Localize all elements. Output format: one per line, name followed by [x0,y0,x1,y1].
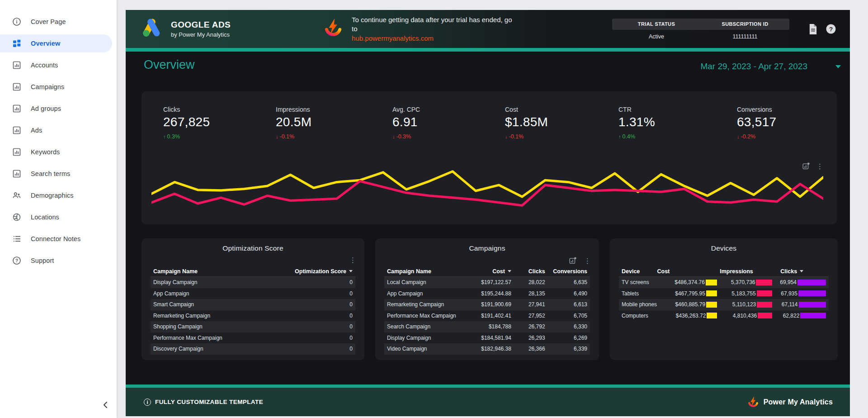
sidebar-item-label: Accounts [31,62,58,69]
kpi-label: Impressions [276,106,311,113]
arrow-down-icon: ↓ [276,134,278,139]
help-circle-icon[interactable]: ? [826,24,836,34]
report-icon [12,125,22,135]
kpi-value: 6.91 [392,115,420,129]
google-ads-logo-icon [139,18,164,40]
svg-text:?: ? [829,26,833,33]
sidebar-item-overview[interactable]: Overview [0,34,112,52]
kpi-cost: Cost $1.85M ↓-0.1% [505,106,548,140]
column-header-clicks[interactable]: Clicks [767,268,826,275]
product-title: GOOGLE ADS [171,20,231,30]
kpi-ctr: CTR 1.31% ↑0.4% [618,106,655,140]
report-icon [12,82,22,92]
cost-bar [706,280,717,285]
kpi-delta-value: 0.4% [623,133,636,140]
sidebar-item-search-terms[interactable]: Search terms [0,165,112,183]
power-my-analytics-logo-icon [323,18,344,40]
sidebar-collapse-button[interactable] [98,397,113,413]
table-row: Smart Campaign0 [151,299,355,310]
kpi-impressions: Impressions 20.5M ↓-0.1% [276,106,311,140]
kpi-conversions: Conversions 63,517 ↓-0.2% [737,106,776,140]
document-icon[interactable] [808,24,818,35]
kpi-value: 20.5M [276,115,311,129]
sidebar-item-campaigns[interactable]: Campaigns [0,78,112,96]
sidebar-item-label: Ad groups [31,105,61,112]
sidebar-item-ads[interactable]: Ads [0,121,112,139]
sidebar-item-label: Ads [31,127,42,134]
hub-link[interactable]: hub.powermyanalytics.com [352,33,514,43]
sidebar-item-connector-notes[interactable]: Connector Notes [0,230,112,248]
cost-bar [706,290,717,296]
sort-caret-icon [800,270,803,272]
column-header-device[interactable]: Device [622,268,657,275]
table-row: Display Campaign$184,581.9426,2936,269 [384,332,590,344]
sidebar-item-keywords[interactable]: Keywords [0,143,112,161]
clicks-bar [800,313,826,318]
optimization-score-card: Optimization Score ⋮ Campaign Name Optim… [142,238,364,360]
kpi-value: $1.85M [505,115,548,129]
table-row: Discovery Campaign0 [151,343,355,355]
trial-status-block: TRIAL STATUS SUBSCRIPTION ID Active 1111… [612,19,789,40]
sidebar-item-demographics[interactable]: Demographics [0,186,112,204]
sidebar-item-ad-groups[interactable]: Ad groups [0,100,112,118]
column-header-cost[interactable]: Cost [462,268,511,275]
clicks-bar [799,302,826,308]
sidebar-item-label: Campaigns [31,83,64,90]
product-byline: by Power My Analytics [171,31,231,38]
table-header: Campaign Name Optimization Score [151,266,355,277]
subscription-id-label: SUBSCRIPTION ID [701,19,789,30]
column-header-impressions[interactable]: Impressions [703,268,767,275]
kpi-delta-value: -0.2% [741,133,756,140]
impressions-bar [756,280,772,285]
sidebar-item-label: Demographics [31,192,74,199]
table-row: Mobile phones $460,885.79 5,110,123 67,1… [619,299,829,310]
card-title: Campaigns [384,244,590,252]
table-row: Remarketing Campaign$191,900.6927,9416,6… [384,299,590,310]
kpi-label: Clicks [163,106,210,113]
report-canvas: Overview Mar 29, 2023 - Apr 27, 2023 Cli… [126,52,850,385]
trial-status-label: TRIAL STATUS [612,19,701,30]
cost-bar [706,302,717,308]
table-row: Search Campaign$184,78826,7926,330 [384,321,590,332]
kpi-value: 63,517 [737,115,776,129]
sidebar-item-cover-page[interactable]: Cover Page [0,13,112,31]
sidebar-item-label: Cover Page [31,18,66,25]
kpi-label: Conversions [737,106,776,113]
arrow-down-icon: ↓ [392,134,395,139]
people-icon [12,190,22,200]
column-header-campaign-name[interactable]: Campaign Name [387,268,462,275]
kebab-menu-icon[interactable]: ⋮ [349,256,356,263]
sort-caret-icon [349,270,353,272]
column-header-optimization-score[interactable]: Optimization Score [294,268,353,275]
chart-edit-icon[interactable] [569,256,577,265]
campaigns-card: Campaigns ⋮ Campaign Name Cost Clicks Co… [375,238,599,360]
help-icon: ? [12,256,22,266]
column-header-conversions[interactable]: Conversions [545,268,587,275]
column-header-cost[interactable]: Cost [657,268,703,275]
date-range-picker[interactable]: Mar 29, 2023 - Apr 27, 2023 [700,62,841,71]
clicks-bar [797,280,826,285]
table-row: Shopping Campaign0 [151,321,355,332]
column-header-campaign-name[interactable]: Campaign Name [153,268,294,275]
power-my-analytics-logo-icon [747,396,760,408]
sidebar-item-label: Connector Notes [31,235,80,242]
table-row: Performance Max Campaign$191,402.4127,95… [384,310,590,322]
table-row: App Campaign0 [151,288,355,299]
sidebar-item-label: Keywords [31,148,60,156]
column-header-clicks[interactable]: Clicks [511,268,545,275]
kebab-menu-icon[interactable]: ⋮ [584,257,591,264]
sidebar-item-support[interactable]: ? Support [0,252,112,270]
table-row: TV screens $486,374.76 5,370,736 69,954 [619,277,829,288]
clicks-bar [798,290,826,296]
sidebar-item-accounts[interactable]: Accounts [0,56,112,74]
arrow-down-icon: ↓ [737,134,740,139]
table-row: Tablets $467,795.95 5,183,755 67,935 [619,288,829,299]
arrow-up-icon: ↑ [163,134,166,139]
impressions-bar [757,302,772,308]
report-header-banner: GOOGLE ADS by Power My Analytics [126,10,850,48]
sidebar-item-locations[interactable]: Locations [0,208,112,226]
page-title: Overview [144,58,195,72]
trend-line-chart [151,160,823,220]
sidebar-item-label: Locations [31,214,59,221]
globe-icon [12,212,22,222]
